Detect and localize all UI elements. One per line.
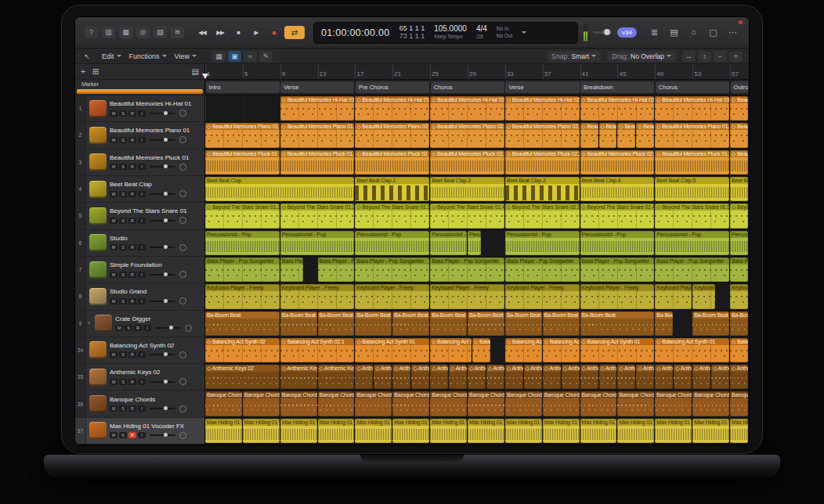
track-header[interactable]: 4Beet Beat ClapMSRI: [75, 176, 204, 203]
mute-button[interactable]: M: [110, 218, 117, 224]
pencil-icon[interactable]: ✎: [259, 51, 273, 62]
region[interactable]: ◇ Beautiful Memories Hi-Hat 03.2: [655, 96, 729, 121]
region[interactable]: ◇ Beautiful Memories Piano 03.3: [636, 123, 654, 147]
region[interactable]: Percussionist - Pop: [655, 231, 729, 255]
region[interactable]: Baroque Chords: [543, 391, 580, 416]
region[interactable]: ◇ Anthemic Keys 02.15: [580, 365, 598, 389]
volume-slider[interactable]: [150, 274, 175, 275]
region[interactable]: Max Hiding 01 V: [355, 419, 392, 443]
region[interactable]: ◇ Anthemic Keys 02.8: [449, 365, 467, 389]
region[interactable]: ◇ Beautiful Memories Pluck 02.2: [505, 150, 580, 175]
record-enable-button[interactable]: R: [128, 272, 136, 278]
region[interactable]: Max Hiding 01 V: [280, 419, 317, 443]
region[interactable]: ◇ Balancing Act Synth 01: [472, 338, 490, 362]
region[interactable]: Beet Beat Clap: [205, 177, 354, 201]
record-enable-button[interactable]: R: [128, 191, 136, 197]
region[interactable]: ◇ Beyond The Stars Snare 02.3: [505, 203, 580, 228]
more-icon[interactable]: ⋯: [726, 27, 739, 38]
region[interactable]: Baroque Chords: [580, 391, 617, 416]
volume-slider-handle[interactable]: [164, 406, 168, 410]
track-header[interactable]: 35Anthemic Keys 02MSRI: [75, 364, 204, 391]
mute-button[interactable]: M: [110, 110, 117, 117]
region[interactable]: ◇ Beyond The Stars Snare 01.6: [730, 203, 748, 228]
flex-icon[interactable]: ≈: [244, 51, 257, 62]
volume-slider-handle[interactable]: [164, 380, 168, 383]
track-header[interactable]: 2Beautiful Memories Piano 01MSRI: [75, 122, 204, 149]
input-monitor-button[interactable]: I: [138, 298, 146, 304]
record-enable-button[interactable]: R: [128, 379, 136, 385]
region[interactable]: Keyboard Player - Freely: [580, 284, 655, 308]
stack-disclosure-icon[interactable]: ›: [86, 320, 92, 326]
pan-knob[interactable]: [179, 217, 186, 224]
mixer-icon[interactable]: ▦: [119, 27, 132, 38]
region[interactable]: Percussionist - Pop: [280, 231, 355, 255]
arrangement-marker[interactable]: Verse: [280, 81, 354, 93]
region[interactable]: ◇ Anthemic Keys 02.2: [318, 365, 355, 389]
input-monitor-button[interactable]: I: [138, 244, 146, 250]
region[interactable]: Bass Player - Pop Songwriter: [430, 257, 504, 282]
region[interactable]: Max Hiding 01 V: [505, 419, 542, 443]
cycle-button[interactable]: ⇄: [284, 26, 305, 39]
region[interactable]: Ba-Boom Beat: [430, 311, 467, 336]
pan-knob[interactable]: [179, 432, 186, 439]
region[interactable]: ◇ Anthemic Keys 02.18: [636, 365, 654, 389]
mute-button[interactable]: M: [110, 272, 117, 278]
input-monitor-button[interactable]: I: [138, 432, 146, 438]
input-monitor-button[interactable]: I: [138, 137, 146, 143]
input-monitor-button[interactable]: I: [138, 110, 146, 117]
solo-button[interactable]: S: [125, 325, 132, 331]
v-zoom-icon[interactable]: ↕: [698, 51, 711, 62]
region[interactable]: Ba-Boom Beat: [205, 311, 280, 336]
track-header[interactable]: 5Beyond The Stars Snare 01MSRI: [75, 203, 204, 229]
region[interactable]: ◇ Beautiful Memories Piano 01.1: [280, 123, 355, 147]
region[interactable]: ◇ Balancing Act Synth 01: [580, 338, 655, 362]
region[interactable]: ◇ Beautiful Memories Hi-Hat 01: [355, 96, 429, 121]
drag-dropdown[interactable]: Drag: No Overlap: [607, 51, 676, 62]
volume-slider-handle[interactable]: [164, 352, 168, 356]
region[interactable]: Ba-Boom Beat: [280, 311, 317, 336]
solo-button[interactable]: S: [119, 298, 127, 304]
solo-button[interactable]: S: [119, 191, 127, 197]
region[interactable]: ◇ Beyond The Stars Snare 02.4: [580, 203, 655, 228]
volume-slider-handle[interactable]: [164, 138, 168, 142]
region[interactable]: ◇ Beautiful Memories Pluck 02.1: [430, 150, 504, 175]
region[interactable]: ◇ Anthemic Keys 02.22: [711, 365, 729, 389]
region[interactable]: Max Hiding 01 V: [580, 419, 617, 443]
region[interactable]: Beet Beat Clap.6: [730, 177, 748, 201]
input-monitor-button[interactable]: I: [138, 351, 146, 358]
zoom-in-icon[interactable]: +: [729, 51, 743, 62]
h-zoom-icon[interactable]: ↔: [682, 51, 696, 62]
mute-button[interactable]: M: [115, 325, 123, 331]
duplicate-track-button[interactable]: ⊞: [92, 67, 99, 76]
zoom-out-icon[interactable]: −: [714, 51, 727, 62]
region[interactable]: Beet Beat Clap.3: [430, 177, 504, 201]
volume-slider[interactable]: [150, 113, 175, 114]
input-monitor-button[interactable]: I: [138, 191, 146, 197]
record-button[interactable]: ●: [266, 26, 282, 39]
region[interactable]: Baroque Chords: [617, 391, 654, 416]
region[interactable]: Bass Player - Pop Songwriter: [280, 257, 303, 282]
pan-knob[interactable]: [179, 378, 186, 385]
volume-slider-handle[interactable]: [169, 326, 173, 329]
arrangement-marker[interactable]: Pre Chorus: [356, 81, 429, 93]
arrangement-marker[interactable]: Outro: [731, 81, 748, 93]
solo-button[interactable]: S: [119, 432, 127, 438]
volume-slider-handle[interactable]: [164, 192, 168, 196]
record-enable-button[interactable]: R: [128, 137, 136, 143]
region[interactable]: Beet Beat Clap.2: [505, 177, 580, 201]
region[interactable]: ◇ Beautiful Memories Piano 02.2: [505, 123, 580, 147]
region[interactable]: Baroque Chords: [430, 391, 467, 416]
region[interactable]: ◇ Beautiful Memories Pluck 01.2: [655, 150, 729, 175]
mute-button[interactable]: M: [110, 137, 117, 143]
track-header-config-button[interactable]: ▤: [192, 67, 199, 76]
input-monitor-button[interactable]: I: [138, 379, 146, 385]
region[interactable]: Ba-Boom Beat: [505, 311, 542, 336]
region[interactable]: Max Hiding 01 V: [617, 419, 654, 443]
region[interactable]: Ba-Boom Beat: [392, 311, 429, 336]
region[interactable]: Keyboard Player - Freely: [430, 284, 504, 308]
input-monitor-button[interactable]: I: [138, 405, 146, 412]
volume-slider-handle[interactable]: [164, 218, 168, 222]
record-enable-button[interactable]: R: [128, 432, 136, 438]
version-badge[interactable]: v34: [617, 27, 637, 38]
region[interactable]: ◇ Balancing Act Synth 01: [655, 338, 729, 362]
